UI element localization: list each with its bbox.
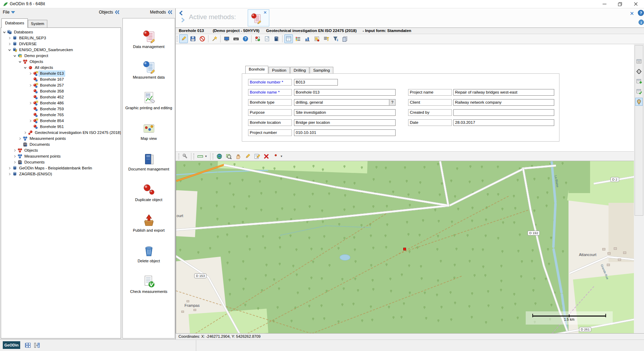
date-input[interactable]: 28.03.2017 bbox=[453, 119, 554, 126]
rail-map-pin-button[interactable] bbox=[635, 98, 643, 106]
tab-system[interactable]: System bbox=[28, 20, 47, 28]
toolbar-edit-button[interactable] bbox=[179, 34, 188, 43]
tree-item-borehole-951-16[interactable]: Borehole 951 bbox=[1, 124, 121, 130]
expand-expander-icon[interactable] bbox=[23, 131, 27, 135]
close-method-icon[interactable]: ✕ bbox=[263, 10, 267, 15]
map-ruler-dropdown-icon[interactable]: ▼ bbox=[205, 155, 207, 158]
expand-expander-icon[interactable] bbox=[13, 160, 17, 164]
client-input[interactable]: Railway network company bbox=[453, 99, 554, 106]
project-number-input[interactable]: 010-10-101 bbox=[294, 129, 396, 136]
borehole-location-input[interactable]: Bridge pier location bbox=[294, 119, 396, 126]
info-icon[interactable]: i bbox=[638, 19, 644, 25]
map-note-edit-button[interactable] bbox=[253, 152, 261, 161]
close-button[interactable] bbox=[628, 0, 643, 8]
restore-button[interactable] bbox=[612, 0, 628, 8]
panel-layout-icon[interactable] bbox=[34, 342, 40, 348]
tab-drilling[interactable]: Drilling bbox=[290, 67, 309, 73]
toolbar-wizard-button[interactable] bbox=[210, 34, 219, 43]
objects-panel-header[interactable]: Objects bbox=[88, 10, 120, 15]
tree-item-documents-19[interactable]: Documents bbox=[1, 142, 121, 147]
file-menu[interactable]: File bbox=[3, 10, 15, 15]
tree-item-borehole-759-13[interactable]: Borehole 759 bbox=[1, 106, 121, 112]
toolbar-chart-button[interactable] bbox=[303, 34, 312, 43]
nav-back-icon[interactable] bbox=[179, 10, 184, 16]
map-point-button[interactable] bbox=[271, 152, 280, 161]
method-item-duplicate-object[interactable]: Duplicate object bbox=[123, 182, 175, 212]
tree-item-geodin-maps-beispieldatenbank-berlin-23[interactable]: GeODin Maps - Beispieldatenbank Berlin bbox=[1, 165, 121, 171]
tree-item-documents-22[interactable]: Documents bbox=[1, 159, 121, 165]
collapse-expander-icon[interactable] bbox=[13, 54, 17, 58]
collapse-expander-icon[interactable] bbox=[8, 48, 11, 52]
borehole-number-input[interactable]: B013 bbox=[294, 79, 338, 86]
geodin-button[interactable]: GeODin bbox=[3, 341, 20, 349]
tree-item-measurement-points-18[interactable]: Measurement points bbox=[1, 136, 121, 142]
tree-item-measurement-points-21[interactable]: Measurement points bbox=[1, 153, 121, 159]
nav-forward-icon[interactable] bbox=[180, 17, 185, 23]
method-item-delete-object[interactable]: Delete object bbox=[123, 243, 175, 273]
toolbar-list-filter-button[interactable] bbox=[322, 34, 331, 43]
toolbar-transfer-button[interactable] bbox=[253, 34, 262, 43]
close-all-icon[interactable]: ✕ bbox=[630, 10, 634, 17]
methods-panel-header[interactable]: Methods bbox=[136, 10, 173, 15]
toolbar-help-button[interactable]: ? bbox=[241, 34, 250, 43]
method-item-document-management[interactable]: Document management bbox=[123, 151, 175, 182]
borehole-type-input[interactable]: drilling, general bbox=[294, 99, 396, 106]
active-method-tab[interactable]: ✕ bbox=[248, 9, 269, 26]
collapse-expander-icon[interactable] bbox=[18, 60, 22, 64]
tree-item-databases-0[interactable]: Databases bbox=[1, 29, 121, 35]
toolbar-monitor-button[interactable] bbox=[222, 34, 231, 43]
method-item-measurement-data[interactable]: Measurement data bbox=[123, 59, 175, 90]
expand-expander-icon[interactable] bbox=[29, 119, 32, 123]
help-icon[interactable]: ? bbox=[638, 10, 644, 16]
toolbar-layers-button[interactable] bbox=[341, 34, 349, 43]
minimize-button[interactable] bbox=[597, 0, 612, 8]
tree-item-borehole-013-7[interactable]: Borehole 013 bbox=[1, 71, 121, 77]
toolbar-funnel-button[interactable] bbox=[331, 34, 340, 43]
rail-form-check-button[interactable] bbox=[635, 88, 643, 96]
toolbar-save-button[interactable] bbox=[189, 34, 197, 43]
borehole-marker[interactable] bbox=[403, 248, 406, 250]
tree-item-borehole-167-8[interactable]: Borehole 167 bbox=[1, 77, 121, 82]
tree-item-diverse-2[interactable]: DIVERSE bbox=[1, 41, 121, 47]
expand-expander-icon[interactable] bbox=[13, 154, 17, 158]
map-delete-x-button[interactable] bbox=[262, 152, 271, 161]
expand-expander-icon[interactable] bbox=[29, 101, 32, 105]
tab-position[interactable]: Position bbox=[269, 67, 290, 73]
purpose-input[interactable]: Site investigation bbox=[294, 109, 396, 116]
map-pan-hand-button[interactable] bbox=[234, 152, 243, 161]
expand-expander-icon[interactable] bbox=[8, 166, 11, 170]
tree-item-eniso-demo-saarbruecken-3[interactable]: ENISO_DEMO_Saarbruecken bbox=[1, 47, 121, 53]
tree-item-objects-20[interactable]: Objects bbox=[1, 147, 121, 153]
rail-crosshair-button[interactable] bbox=[635, 67, 643, 75]
tree-item-demo-project-4[interactable]: Demo project bbox=[1, 53, 121, 59]
project-name-input[interactable]: Repair of railway bridges west-east bbox=[453, 89, 554, 96]
tree-item-borehole-486-12[interactable]: Borehole 486 bbox=[1, 100, 121, 106]
tree-item-geotechnical-investigation-en-iso-22475-2018-17[interactable]: Geotechnical investigation EN ISO 22475 … bbox=[1, 130, 121, 136]
borehole-name-input[interactable]: Borehole 013 bbox=[294, 89, 396, 96]
tree-item-borehole-452-11[interactable]: Borehole 452 bbox=[1, 94, 121, 100]
tree-item-berlin-sep3-1[interactable]: BERLIN_SEP3 bbox=[1, 35, 121, 41]
expand-expander-icon[interactable] bbox=[29, 72, 32, 75]
rail-form-plus-button[interactable] bbox=[635, 78, 643, 86]
map-view[interactable]: D 2D 192D 153D 261ourtFrampasAttancourtL… bbox=[176, 161, 634, 333]
tree-item-borehole-257-9[interactable]: Borehole 257 bbox=[1, 82, 121, 88]
toolbar-keyboard-button[interactable] bbox=[232, 34, 240, 43]
collapse-expander-icon[interactable] bbox=[2, 30, 6, 34]
tree-item-borehole-765-14[interactable]: Borehole 765 bbox=[1, 112, 121, 118]
method-item-publish-and-export[interactable]: Publish and export bbox=[123, 213, 175, 243]
toolbar-list-bars-button[interactable] bbox=[294, 34, 302, 43]
tree-item-borehole-358-10[interactable]: Borehole 358 bbox=[1, 88, 121, 94]
tab-borehole[interactable]: Borehole bbox=[245, 66, 268, 73]
map-wrench-button[interactable] bbox=[181, 152, 190, 161]
expand-expander-icon[interactable] bbox=[29, 83, 32, 87]
tree-item-borehole-854-15[interactable]: Borehole 854 bbox=[1, 118, 121, 124]
expand-expander-icon[interactable] bbox=[8, 36, 11, 40]
map-point-dropdown-icon[interactable]: ▼ bbox=[280, 155, 283, 158]
tree-item-all-objects-6[interactable]: All objects bbox=[1, 65, 121, 71]
expand-expander-icon[interactable] bbox=[13, 149, 17, 152]
tab-sampling[interactable]: Sampling bbox=[310, 67, 333, 73]
map-globe-button[interactable] bbox=[215, 152, 224, 161]
borehole-type-help-button[interactable]: ? bbox=[389, 99, 396, 106]
created-by-input[interactable] bbox=[453, 109, 554, 116]
expand-expander-icon[interactable] bbox=[8, 42, 11, 46]
